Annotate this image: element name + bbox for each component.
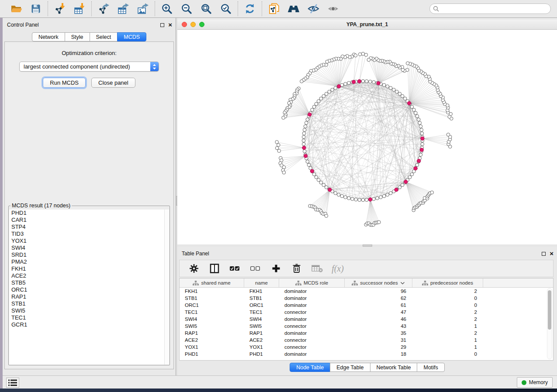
table-cell[interactable]: STB1 <box>180 296 244 301</box>
mcds-result-item[interactable]: STB1 <box>9 300 169 307</box>
table-cell[interactable]: 1 <box>412 323 483 329</box>
tab-network-table[interactable]: Network Table <box>370 363 418 372</box>
mcds-result-item[interactable]: ACE2 <box>9 272 169 279</box>
zoom-selected-icon[interactable] <box>220 3 232 15</box>
table-cell[interactable]: connector <box>279 344 345 350</box>
table-row[interactable]: RAP1RAP1dominator352 <box>180 330 553 337</box>
mcds-result-item[interactable]: CAR1 <box>9 217 169 224</box>
table-cell[interactable]: connector <box>279 309 345 315</box>
import-network-icon[interactable] <box>54 3 66 15</box>
table-cell[interactable]: 62 <box>345 296 412 301</box>
table-cell[interactable]: 47 <box>345 309 412 315</box>
tab-mcds[interactable]: MCDS <box>117 32 146 41</box>
table-row[interactable]: PHD1PHD1dominator180 <box>180 351 553 358</box>
network-canvas[interactable] <box>177 30 557 244</box>
table-cell[interactable]: RAP1 <box>244 330 279 336</box>
control-panel-close-button[interactable]: × <box>168 23 172 27</box>
run-mcds-button[interactable]: Run MCDS <box>43 78 86 88</box>
zoom-fit-icon[interactable] <box>200 3 212 15</box>
mcds-result-item[interactable]: SWI4 <box>9 244 169 251</box>
table-cell[interactable]: 0 <box>412 296 483 301</box>
table-panel-close-button[interactable]: × <box>550 251 554 256</box>
table-cell[interactable]: SWI5 <box>244 323 279 329</box>
binoculars-icon[interactable] <box>287 3 300 15</box>
refresh-icon[interactable] <box>244 3 256 15</box>
table-cell[interactable]: dominator <box>279 330 345 336</box>
select-all-icon[interactable] <box>229 263 241 274</box>
mcds-result-item[interactable]: YOX1 <box>9 237 169 244</box>
table-cell[interactable]: 2 <box>412 316 483 322</box>
tab-motifs[interactable]: Motifs <box>417 363 444 372</box>
tab-edge-table[interactable]: Edge Table <box>330 363 370 372</box>
table-cell[interactable]: 18 <box>345 351 412 357</box>
mcds-result-item[interactable]: TEC1 <box>9 314 169 321</box>
open-folder-icon[interactable] <box>10 3 22 15</box>
table-cell[interactable]: STB1 <box>244 296 279 301</box>
table-row[interactable]: TEC1TEC1connector472 <box>180 309 553 316</box>
column-header-successor-nodes[interactable]: successor nodes <box>345 279 412 287</box>
columns-icon[interactable] <box>209 263 220 274</box>
table-cell[interactable]: 31 <box>345 337 412 343</box>
hide-selected-icon[interactable] <box>307 3 319 15</box>
table-row[interactable]: STB1STB1dominator620 <box>180 295 553 302</box>
delete-icon[interactable] <box>291 263 302 274</box>
tab-select[interactable]: Select <box>90 32 118 41</box>
network-canvas-svg[interactable] <box>177 30 557 244</box>
criterion-select[interactable]: largest connected component (undirected) <box>19 62 159 72</box>
mcds-result-item[interactable]: STP4 <box>9 224 169 230</box>
table-cell[interactable]: connector <box>279 337 345 343</box>
deselect-all-icon[interactable] <box>250 263 261 274</box>
table-row[interactable]: SWI4SWI4dominator462 <box>180 316 553 323</box>
search-input[interactable] <box>439 5 550 13</box>
zoom-in-icon[interactable] <box>161 3 173 15</box>
table-cell[interactable]: YOX1 <box>180 344 244 350</box>
mcds-result-scrollbar[interactable] <box>164 210 169 364</box>
export-image-icon[interactable] <box>137 3 149 15</box>
column-header-shared-name[interactable]: shared name <box>180 279 244 287</box>
control-panel-float-button[interactable] <box>160 23 164 27</box>
column-header-predecessor-nodes[interactable]: predecessor nodes <box>412 279 483 287</box>
save-icon[interactable] <box>30 3 42 15</box>
mcds-result-item[interactable]: GCR1 <box>9 321 169 328</box>
table-cell[interactable]: connector <box>279 323 345 329</box>
export-network-icon[interactable] <box>97 3 110 15</box>
table-cell[interactable]: TEC1 <box>244 309 279 315</box>
table-cell[interactable]: dominator <box>279 296 345 301</box>
table-cell[interactable]: 35 <box>345 330 412 336</box>
mcds-result-item[interactable]: STB5 <box>9 279 169 286</box>
table-cell[interactable]: 61 <box>345 303 412 308</box>
export-table-icon[interactable] <box>117 3 129 15</box>
table-cell[interactable]: 2 <box>412 330 483 336</box>
tab-style[interactable]: Style <box>65 32 90 41</box>
table-cell[interactable]: ACE2 <box>244 337 279 343</box>
table-scrollbar[interactable] <box>547 288 552 359</box>
table-cell[interactable]: ORC1 <box>244 303 279 308</box>
table-cell[interactable]: 0 <box>412 303 483 308</box>
mcds-result-item[interactable]: TID3 <box>9 230 169 237</box>
table-cell[interactable]: SWI5 <box>180 323 244 329</box>
table-cell[interactable]: 43 <box>345 323 412 329</box>
close-panel-button[interactable]: Close panel <box>91 78 135 88</box>
tab-network[interactable]: Network <box>32 32 65 41</box>
table-row[interactable]: ORC1ORC1dominator610 <box>180 302 553 309</box>
table-cell[interactable]: ACE2 <box>180 337 244 343</box>
table-panel-float-button[interactable] <box>542 252 546 256</box>
table-cell[interactable]: PHD1 <box>180 351 244 357</box>
zoom-out-icon[interactable] <box>180 3 193 15</box>
table-cell[interactable]: FKH1 <box>244 289 279 294</box>
table-cell[interactable]: 2 <box>412 289 483 294</box>
mcds-result-item[interactable]: ORC1 <box>9 286 169 293</box>
table-scrollbar-thumb[interactable] <box>548 290 551 330</box>
window-minimize-button[interactable] <box>190 22 196 27</box>
table-cell[interactable]: FKH1 <box>180 289 244 294</box>
mcds-result-item[interactable]: FKH1 <box>9 265 169 272</box>
gear-icon[interactable] <box>188 263 200 274</box>
table-cell[interactable]: 29 <box>345 344 412 350</box>
table-row[interactable]: FKH1FKH1dominator962 <box>180 288 553 295</box>
table-cell[interactable]: ORC1 <box>180 303 244 308</box>
table-cell[interactable]: 46 <box>345 316 412 322</box>
table-cell[interactable]: 2 <box>412 309 483 315</box>
import-table-icon[interactable] <box>73 3 86 15</box>
window-close-button[interactable] <box>182 22 187 27</box>
task-history-button[interactable] <box>6 378 19 388</box>
